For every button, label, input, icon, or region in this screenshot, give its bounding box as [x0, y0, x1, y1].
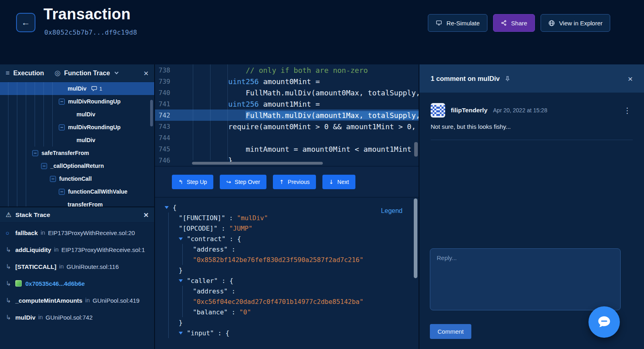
- step-over-icon: ↪: [226, 179, 231, 185]
- code-token: mintAmount = amount0Mint < amount1Mint: [246, 145, 411, 153]
- support-chat-button[interactable]: [588, 306, 620, 338]
- stack-trace-close-icon[interactable]: ×: [144, 211, 149, 219]
- re-simulate-button[interactable]: Re-Simulate: [428, 14, 487, 32]
- json-token: :: [225, 214, 237, 222]
- stack-frame[interactable]: ↳[STATICCALL]inGUniRouter.sol:116: [0, 258, 154, 275]
- debug-step-up-button[interactable]: ↰Step Up: [172, 175, 213, 189]
- function-trace-tree: mulDiv1−mulDivRoundingUpmulDiv−mulDivRou…: [0, 82, 154, 207]
- header-actions: Re-Simulate Share View in Explorer: [428, 14, 610, 32]
- expand-triangle-icon[interactable]: [165, 206, 173, 209]
- json-token: "caller": [187, 277, 218, 285]
- pin-icon[interactable]: [504, 75, 511, 82]
- comment-author: filipTenderly: [451, 107, 487, 114]
- collapse-minus-icon[interactable]: −: [59, 124, 65, 130]
- share-button[interactable]: Share: [493, 14, 535, 32]
- comment-menu-icon[interactable]: ⋮: [622, 106, 633, 115]
- code-token: [176, 77, 228, 86]
- tree-node-_callOptionalReturn[interactable]: −_callOptionalReturn: [0, 159, 154, 172]
- code-token: [176, 100, 228, 108]
- back-arrow-icon: ←: [21, 17, 30, 28]
- line-number: 742: [155, 112, 176, 119]
- tree-node-functionCall[interactable]: −functionCall: [0, 172, 154, 185]
- code-token: amount1Mint =: [259, 100, 320, 108]
- collapse-minus-icon[interactable]: −: [32, 150, 38, 156]
- tree-node-mulDivRoundingUp[interactable]: −mulDivRoundingUp: [0, 95, 154, 108]
- json-token: "0x8582bf142be76fef830d23f590a2587f2ad7c…: [193, 256, 363, 264]
- expand-triangle-icon[interactable]: [179, 332, 187, 335]
- debug-step-over-button[interactable]: ↪Step Over: [220, 175, 266, 189]
- back-button[interactable]: ←: [16, 13, 35, 32]
- collapse-minus-icon[interactable]: −: [50, 176, 56, 182]
- comments-title: 1 comment on mulDiv: [431, 75, 500, 83]
- json-token: "contract": [187, 235, 225, 243]
- code-line-738[interactable]: 738 // only if both are non-zero: [155, 64, 419, 76]
- tree-node-functionCallWithValue[interactable]: −functionCallWithValue: [0, 185, 154, 198]
- tab-function-trace[interactable]: ◎ Function Trace: [54, 69, 118, 77]
- tree-node-safeTransferFrom[interactable]: −safeTransferFrom: [0, 147, 154, 159]
- tree-node-mulDiv[interactable]: mulDiv: [0, 134, 154, 147]
- code-token: FullMath.mulDiv(amount1Max, totalSupply,: [246, 111, 419, 120]
- frame-return-arrow-icon: ↳: [6, 263, 15, 271]
- collapse-minus-icon[interactable]: −: [59, 189, 65, 195]
- code-line-745[interactable]: 745 mintAmount = amount0Mint < amount1Mi…: [155, 143, 419, 155]
- code-line-743[interactable]: 743 require(amount0Mint > 0 && amount1Mi…: [155, 121, 419, 132]
- code-token: require(amount0Mint > 0 && amount1Mint >…: [228, 122, 416, 131]
- code-line-744[interactable]: 744: [155, 132, 419, 143]
- tree-node-mulDivRoundingUp[interactable]: −mulDivRoundingUp: [0, 121, 154, 134]
- comment-timestamp: Apr 20, 2022 at 15:28: [493, 107, 547, 114]
- stack-trace-panel: ⚠ Stack Trace × ○fallbackinEIP173ProxyWi…: [0, 207, 154, 349]
- json-group: "address" :"0xc56f04ec20dad27c0f4701b149…: [182, 286, 419, 317]
- debug-previous-button[interactable]: ↑Previous: [273, 175, 316, 189]
- debug-button-label: Previous: [288, 179, 310, 185]
- tree-node-mulDiv[interactable]: mulDiv1: [0, 82, 154, 95]
- warning-icon: ⚠: [6, 211, 11, 219]
- code-vertical-scrollbar[interactable]: [414, 142, 418, 157]
- tab-execution[interactable]: ≡ Execution: [6, 69, 44, 77]
- expand-triangle-icon[interactable]: [179, 237, 187, 240]
- comment-body: Not sure, but this looks fishy...: [431, 123, 633, 130]
- tree-scrollbar[interactable]: [150, 100, 153, 126]
- debugger-controls: ↰Step Up↪Step Over↑Previous↓Next: [155, 166, 419, 197]
- frame-function-name: addLiquidity: [15, 246, 51, 253]
- line-number: 744: [155, 134, 176, 142]
- stack-frame[interactable]: ↳mulDivinGUniPool.sol:742: [0, 309, 154, 326]
- view-in-explorer-button[interactable]: View in Explorer: [541, 14, 610, 32]
- code-line-741[interactable]: 741 uint256 amount1Mint =: [155, 98, 419, 109]
- json-token: }: [179, 319, 183, 326]
- expand-triangle-icon[interactable]: [179, 279, 187, 282]
- comments-close-icon[interactable]: ×: [628, 74, 633, 83]
- json-root-group: "[FUNCTION]" : "mulDiv""[OPCODE]" : "JUM…: [168, 213, 419, 338]
- comment-submit-button[interactable]: Comment: [430, 324, 471, 339]
- code-line-740[interactable]: 740 FullMath.mulDiv(amount0Max, totalSup…: [155, 87, 419, 98]
- target-icon: ◎: [54, 69, 60, 77]
- stack-frame[interactable]: ↳0x70535c46...4d6b6e: [0, 275, 154, 292]
- code-text: FullMath.mulDiv(amount0Max, totalSupply,: [176, 89, 419, 97]
- function-trace-panel: ≡ Execution ◎ Function Trace × mulDiv1−m…: [0, 64, 154, 207]
- code-line-739[interactable]: 739 uint256 amount0Mint =: [155, 76, 419, 87]
- tree-node-mulDiv[interactable]: mulDiv: [0, 108, 154, 121]
- collapse-minus-icon[interactable]: −: [59, 99, 65, 105]
- json-object-line: "contract" : {: [179, 233, 419, 244]
- stack-frame[interactable]: ○fallbackinEIP173ProxyWithReceive.sol:20: [0, 224, 154, 241]
- center-column: 738 // only if both are non-zero739 uint…: [155, 64, 419, 349]
- code-line-742[interactable]: 742 FullMath.mulDiv(amount1Max, totalSup…: [155, 109, 419, 121]
- stack-frame[interactable]: ↳addLiquidityinEIP173ProxyWithReceive.so…: [0, 241, 154, 258]
- reply-input[interactable]: [430, 248, 621, 310]
- frame-function-name: [STATICCALL]: [15, 263, 56, 270]
- debug-next-button[interactable]: ↓Next: [322, 175, 355, 189]
- line-number: 745: [155, 145, 176, 153]
- state-json-tree: {"[FUNCTION]" : "mulDiv""[OPCODE]" : "JU…: [165, 202, 419, 338]
- tree-node-transferFrom[interactable]: transferFrom: [0, 198, 154, 207]
- legend-link[interactable]: Legend: [381, 207, 402, 215]
- code-horizontal-scrollbar[interactable]: [192, 162, 323, 165]
- json-object-line: "input" : {: [179, 328, 419, 338]
- frame-circle-icon: ○: [6, 229, 15, 236]
- trace-panel-close-icon[interactable]: ×: [144, 69, 149, 77]
- json-token: :: [218, 277, 229, 285]
- stack-frame[interactable]: ↳_computeMintAmountsinGUniPool.sol:419: [0, 292, 154, 309]
- state-scrollbar[interactable]: [414, 198, 417, 278]
- transaction-hash: 0x8052c5b7b7...df9c19d8: [44, 29, 137, 36]
- collapse-minus-icon[interactable]: −: [41, 163, 47, 169]
- frame-source-location: EIP173ProxyWithReceive.sol:20: [48, 229, 135, 236]
- stack-trace-header: ⚠ Stack Trace ×: [0, 207, 154, 223]
